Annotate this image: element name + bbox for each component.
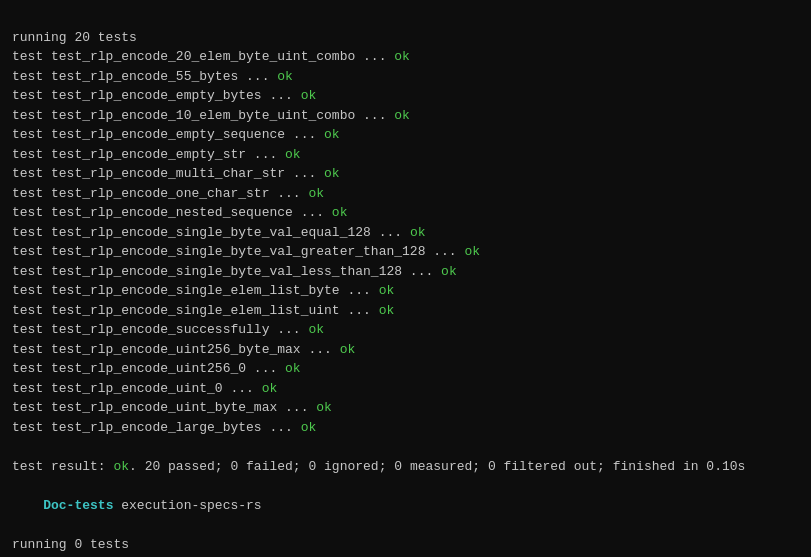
terminal-line: test test_rlp_encode_empty_bytes ... ok [12,86,799,106]
terminal-line: test test_rlp_encode_single_byte_val_gre… [12,242,799,262]
terminal-line: test test_rlp_encode_nested_sequence ...… [12,203,799,223]
terminal-line: test test_rlp_encode_55_bytes ... ok [12,67,799,87]
terminal-line: test test_rlp_encode_single_elem_list_ui… [12,301,799,321]
terminal-line: Doc-tests execution-specs-rs [12,496,799,516]
terminal-line: test test_rlp_encode_large_bytes ... ok [12,418,799,438]
terminal-line: test test_rlp_encode_single_elem_list_by… [12,281,799,301]
terminal-line: test test_rlp_encode_20_elem_byte_uint_c… [12,47,799,67]
terminal-line: test test_rlp_encode_single_byte_val_les… [12,262,799,282]
terminal-line: test test_rlp_encode_empty_sequence ... … [12,125,799,145]
terminal-line: test test_rlp_encode_single_byte_val_equ… [12,223,799,243]
terminal-line: test test_rlp_encode_uint256_0 ... ok [12,359,799,379]
terminal-line: test test_rlp_encode_uint256_byte_max ..… [12,340,799,360]
terminal-line [12,515,799,535]
terminal-line: test test_rlp_encode_multi_char_str ... … [12,164,799,184]
terminal-line [12,437,799,457]
terminal-line: test test_rlp_encode_empty_str ... ok [12,145,799,165]
terminal-line [12,476,799,496]
terminal-line: test test_rlp_encode_10_elem_byte_uint_c… [12,106,799,126]
terminal-line: test test_rlp_encode_uint_byte_max ... o… [12,398,799,418]
terminal-line: test test_rlp_encode_one_char_str ... ok [12,184,799,204]
terminal-line: running 0 tests [12,535,799,555]
terminal-line: test result: ok. 20 passed; 0 failed; 0 … [12,457,799,477]
terminal-output: running 20 teststest test_rlp_encode_20_… [12,8,799,557]
doc-tests-label: Doc-tests [43,498,113,513]
terminal-line: test test_rlp_encode_uint_0 ... ok [12,379,799,399]
terminal-line: running 20 tests [12,28,799,48]
terminal-line: test test_rlp_encode_successfully ... ok [12,320,799,340]
